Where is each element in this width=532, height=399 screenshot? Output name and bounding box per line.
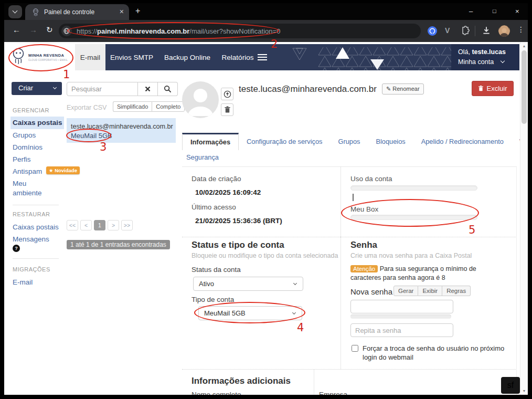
sidebar-item-mensagens[interactable]: Mensagens [13,235,49,243]
nav-item-backup-online[interactable]: Backup Online [158,44,217,70]
upload-icon [224,90,231,98]
page-prev-button[interactable]: < [80,220,92,230]
close-window-button[interactable]: × [515,7,519,15]
panel-divider [182,237,517,237]
new-password-input[interactable] [350,300,453,313]
mailbox-avatar [182,81,219,118]
site-info-button[interactable] [61,26,72,36]
maximize-button[interactable]: □ [493,8,496,14]
usage-label: Uso da conta [350,175,392,183]
sidebar-item-restaurar-caixas[interactable]: Caixas postais [13,223,59,231]
toolbar-separator [475,26,475,36]
mailbox-list-item[interactable]: teste.lucas@minharevenda.com.br MeuMail … [67,118,176,143]
list-item-email: teste.lucas@minharevenda.com.br [71,123,172,130]
scroll-up-icon[interactable]: ▲ [520,44,528,48]
sidebar-item-meu-ambiente[interactable]: Meu [13,180,26,187]
user-account-menu[interactable]: Olá, teste.lucas Minha conta [451,44,519,70]
delete-mailbox-button[interactable]: Excluir [472,81,514,96]
page-scrollbar[interactable]: ▲ ▼ [520,42,528,395]
sidebar-item-migracao-email[interactable]: E-mail [13,278,33,286]
minimize-button[interactable]: – [469,7,473,15]
status-section-title: Status e tipo de conta [191,240,284,250]
repeat-password-input[interactable] [350,323,453,337]
force-change-row: Forçar a troca de senha do usuário no pr… [352,344,507,362]
search-input[interactable] [67,82,138,96]
download-icon[interactable] [482,26,491,35]
delete-photo-button[interactable] [221,103,233,116]
sidebar-item-meu-ambiente-2[interactable]: ambiente [13,189,42,197]
tab-search-button[interactable] [8,5,22,18]
annotation-number-3: 3 [100,141,107,153]
menu-icon[interactable] [258,54,267,62]
v-extension-icon[interactable]: V [445,26,450,35]
profile-avatar[interactable] [498,25,510,37]
browser-toolbar: ← → ↻ https://painel.minharevenda.com.br… [4,20,528,42]
sidebar-item-antispam[interactable]: Antispam [13,167,42,175]
help-icon[interactable]: ? [13,245,20,252]
page-current[interactable]: 1 [94,220,105,230]
tab-grupos[interactable]: Grupos [331,133,368,150]
sidebar-item-grupos[interactable]: Grupos [13,131,36,139]
browser-menu-icon[interactable]: ⋮ [517,25,525,34]
sidebar-item-caixas-postais[interactable]: Caixas postais [10,117,64,129]
create-button[interactable]: Criar [12,82,62,95]
clear-search-button[interactable] [138,82,158,96]
page-last-button[interactable]: >> [121,220,133,230]
chevron-down-icon [293,281,297,285]
back-icon[interactable]: ← [13,25,20,34]
account-type-select[interactable]: MeuMail 5GB [198,306,302,320]
symfony-profiler-button[interactable]: sf [501,377,520,394]
tab-configuracao-servicos[interactable]: Configuração de serviços [239,133,330,150]
export-csv-label[interactable]: Exportar CSV [67,104,107,111]
usage-cursor [353,194,354,201]
generate-button[interactable]: Gerar [393,286,418,296]
status-select[interactable]: Ativo [193,277,303,291]
scroll-down-icon[interactable]: ▼ [520,389,528,393]
globe-icon [63,28,70,34]
list-item-plan: MeuMail 5GB [71,132,172,140]
nav-item-relatorios[interactable]: Relatórios [217,44,259,70]
trash-icon [478,85,484,92]
simplificado-button[interactable]: Simplificado [113,101,152,112]
page-first-button[interactable]: << [67,220,78,230]
annotation-number-5: 5 [469,224,475,236]
scrollbar-thumb[interactable] [522,50,527,124]
show-button[interactable]: Exibir [418,286,442,296]
forward-icon[interactable]: → [29,25,37,34]
url-scheme: https:// [77,27,97,35]
page-content: MINHA REVENDA CLOUD CORPORATIVO • EMAIL … [4,42,528,395]
tab-bloqueios[interactable]: Bloqueios [368,133,413,150]
rename-button[interactable]: ✎ Renomear [382,83,424,94]
sidebar-item-dominios[interactable]: Domínios [13,143,42,151]
tab-informacoes[interactable]: Informações [182,133,239,150]
status-value: Ativo [199,280,214,288]
tab-close-icon[interactable]: × [120,7,124,16]
chevron-down-icon [292,311,296,314]
reload-icon[interactable]: ↻ [46,25,53,35]
sidebar-item-perfis[interactable]: Perfis [13,155,31,163]
page-next-button[interactable]: > [108,220,119,230]
password-manager-icon[interactable] [427,26,438,36]
tab-seguranca[interactable]: Segurança [186,153,219,161]
browser-window: Painel de controle × + – □ × ← → ↻ https… [0,0,532,399]
completo-button[interactable]: Completo [152,101,185,112]
nav-item-email[interactable]: E-mail [75,44,105,70]
search-group [67,82,178,96]
new-password-label: Nova senha [350,287,392,296]
nav-item-envios-smtp[interactable]: Envios SMTP [105,44,158,70]
upload-photo-button[interactable] [221,88,233,100]
address-bar[interactable]: https://painel.minharevenda.com.br/mail/… [59,24,421,38]
browser-tab[interactable]: Painel de controle × [25,4,129,20]
search-button[interactable] [158,82,178,96]
url-host: painel.minharevenda.com.br [97,27,189,35]
extensions-icon[interactable] [461,26,470,35]
rules-button[interactable]: Regras [442,286,471,296]
tab-apelido-redirecionamento[interactable]: Apelido / Redirecionamento [413,133,512,150]
company-label: Empresa [319,391,347,395]
force-change-checkbox[interactable] [352,345,358,352]
site-logo[interactable]: MINHA REVENDA CLOUD CORPORATIVO • EMAIL [4,44,75,70]
create-label: Criar [18,84,33,92]
warning-badge: Atenção [350,265,378,272]
new-tab-button[interactable]: + [135,6,140,16]
detail-tabs: Informações Configuração de serviços Gru… [182,133,528,150]
